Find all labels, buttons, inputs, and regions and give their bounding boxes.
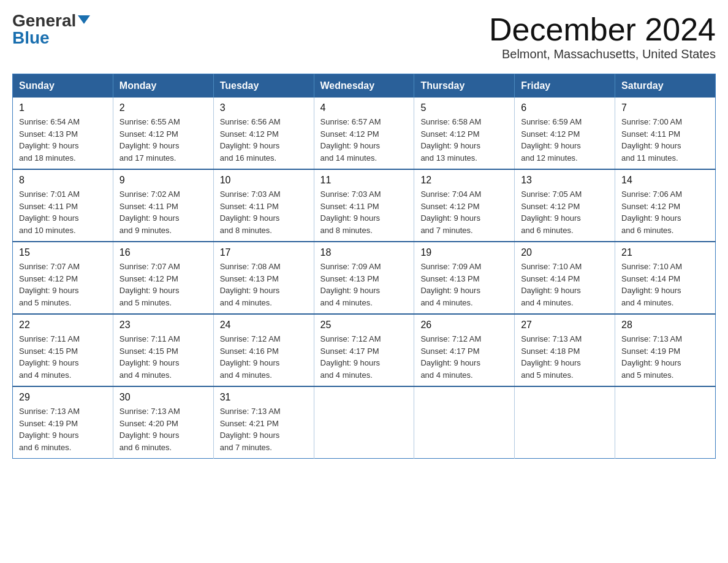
calendar-cell: 10 Sunrise: 7:03 AMSunset: 4:11 PMDaylig… [213, 169, 314, 242]
day-number: 18 [320, 247, 408, 258]
day-info: Sunrise: 6:58 AMSunset: 4:12 PMDaylight:… [420, 116, 508, 164]
day-number: 7 [621, 102, 709, 113]
calendar-cell: 5 Sunrise: 6:58 AMSunset: 4:12 PMDayligh… [414, 98, 515, 169]
day-number: 3 [220, 102, 308, 113]
day-info: Sunrise: 7:03 AMSunset: 4:11 PMDaylight:… [220, 188, 308, 236]
day-number: 8 [19, 175, 107, 186]
day-number: 25 [320, 320, 408, 331]
day-info: Sunrise: 7:07 AMSunset: 4:12 PMDaylight:… [19, 261, 107, 308]
calendar-cell: 18 Sunrise: 7:09 AMSunset: 4:13 PMDaylig… [314, 242, 414, 314]
calendar-cell: 25 Sunrise: 7:12 AMSunset: 4:17 PMDaylig… [314, 314, 414, 386]
logo-general-text: General [12, 12, 76, 29]
calendar-cell: 6 Sunrise: 6:59 AMSunset: 4:12 PMDayligh… [515, 98, 615, 169]
calendar-cell: 4 Sunrise: 6:57 AMSunset: 4:12 PMDayligh… [314, 98, 414, 169]
day-info: Sunrise: 7:13 AMSunset: 4:20 PMDaylight:… [119, 405, 207, 453]
calendar-cell: 22 Sunrise: 7:11 AMSunset: 4:15 PMDaylig… [13, 314, 113, 386]
day-info: Sunrise: 7:13 AMSunset: 4:19 PMDaylight:… [19, 405, 107, 453]
calendar-cell: 26 Sunrise: 7:12 AMSunset: 4:17 PMDaylig… [414, 314, 515, 386]
calendar-cell: 15 Sunrise: 7:07 AMSunset: 4:12 PMDaylig… [13, 242, 113, 314]
day-number: 22 [19, 320, 107, 331]
calendar-table: SundayMondayTuesdayWednesdayThursdayFrid… [12, 74, 716, 459]
weekday-header-tuesday: Tuesday [213, 74, 314, 98]
day-number: 29 [19, 392, 107, 403]
day-info: Sunrise: 7:04 AMSunset: 4:12 PMDaylight:… [420, 188, 508, 236]
day-number: 24 [220, 320, 308, 331]
header: General Blue December 2024 Belmont, Mass… [12, 12, 716, 61]
day-info: Sunrise: 7:12 AMSunset: 4:17 PMDaylight:… [420, 333, 508, 381]
day-info: Sunrise: 7:12 AMSunset: 4:16 PMDaylight:… [220, 333, 308, 381]
calendar-cell [615, 386, 716, 459]
calendar-week-row: 22 Sunrise: 7:11 AMSunset: 4:15 PMDaylig… [13, 314, 716, 386]
weekday-header-monday: Monday [113, 74, 213, 98]
day-number: 1 [19, 102, 107, 113]
title-area: December 2024 Belmont, Massachusetts, Un… [489, 12, 716, 61]
day-number: 15 [19, 247, 107, 258]
calendar-week-row: 8 Sunrise: 7:01 AMSunset: 4:11 PMDayligh… [13, 169, 716, 242]
calendar-cell [414, 386, 515, 459]
day-info: Sunrise: 7:13 AMSunset: 4:21 PMDaylight:… [220, 405, 308, 453]
logo-triangle-icon [78, 15, 90, 24]
day-info: Sunrise: 6:59 AMSunset: 4:12 PMDaylight:… [521, 116, 609, 164]
day-number: 30 [119, 392, 207, 403]
calendar-cell: 20 Sunrise: 7:10 AMSunset: 4:14 PMDaylig… [515, 242, 615, 314]
calendar-cell: 30 Sunrise: 7:13 AMSunset: 4:20 PMDaylig… [113, 386, 213, 459]
day-number: 6 [521, 102, 609, 113]
calendar-cell: 21 Sunrise: 7:10 AMSunset: 4:14 PMDaylig… [615, 242, 716, 314]
day-info: Sunrise: 6:54 AMSunset: 4:13 PMDaylight:… [19, 116, 107, 164]
day-number: 2 [119, 102, 207, 113]
calendar-cell: 16 Sunrise: 7:07 AMSunset: 4:12 PMDaylig… [113, 242, 213, 314]
calendar-cell: 7 Sunrise: 7:00 AMSunset: 4:11 PMDayligh… [615, 98, 716, 169]
location-title: Belmont, Massachusetts, United States [489, 47, 716, 61]
calendar-cell [515, 386, 615, 459]
calendar-cell: 11 Sunrise: 7:03 AMSunset: 4:11 PMDaylig… [314, 169, 414, 242]
day-info: Sunrise: 6:56 AMSunset: 4:12 PMDaylight:… [220, 116, 308, 164]
day-info: Sunrise: 7:12 AMSunset: 4:17 PMDaylight:… [320, 333, 408, 381]
day-info: Sunrise: 7:09 AMSunset: 4:13 PMDaylight:… [320, 261, 408, 308]
calendar-cell: 29 Sunrise: 7:13 AMSunset: 4:19 PMDaylig… [13, 386, 113, 459]
day-number: 5 [420, 102, 508, 113]
day-number: 21 [621, 247, 709, 258]
calendar-cell: 19 Sunrise: 7:09 AMSunset: 4:13 PMDaylig… [414, 242, 515, 314]
day-number: 17 [220, 247, 308, 258]
calendar-week-row: 15 Sunrise: 7:07 AMSunset: 4:12 PMDaylig… [13, 242, 716, 314]
calendar-cell: 14 Sunrise: 7:06 AMSunset: 4:12 PMDaylig… [615, 169, 716, 242]
day-number: 12 [420, 175, 508, 186]
day-number: 23 [119, 320, 207, 331]
calendar-cell: 23 Sunrise: 7:11 AMSunset: 4:15 PMDaylig… [113, 314, 213, 386]
calendar-week-row: 1 Sunrise: 6:54 AMSunset: 4:13 PMDayligh… [13, 98, 716, 169]
month-title: December 2024 [489, 12, 716, 47]
day-number: 13 [521, 175, 609, 186]
day-number: 19 [420, 247, 508, 258]
day-number: 28 [621, 320, 709, 331]
day-number: 27 [521, 320, 609, 331]
day-info: Sunrise: 7:10 AMSunset: 4:14 PMDaylight:… [521, 261, 609, 308]
day-number: 4 [320, 102, 408, 113]
day-info: Sunrise: 7:08 AMSunset: 4:13 PMDaylight:… [220, 261, 308, 308]
weekday-header-friday: Friday [515, 74, 615, 98]
logo: General Blue [12, 12, 90, 47]
day-info: Sunrise: 7:09 AMSunset: 4:13 PMDaylight:… [420, 261, 508, 308]
weekday-header-thursday: Thursday [414, 74, 515, 98]
day-number: 14 [621, 175, 709, 186]
day-info: Sunrise: 6:57 AMSunset: 4:12 PMDaylight:… [320, 116, 408, 164]
day-info: Sunrise: 7:02 AMSunset: 4:11 PMDaylight:… [119, 188, 207, 236]
day-info: Sunrise: 7:13 AMSunset: 4:18 PMDaylight:… [521, 333, 609, 381]
weekday-header-row: SundayMondayTuesdayWednesdayThursdayFrid… [13, 74, 716, 98]
calendar-cell: 31 Sunrise: 7:13 AMSunset: 4:21 PMDaylig… [213, 386, 314, 459]
day-info: Sunrise: 7:07 AMSunset: 4:12 PMDaylight:… [119, 261, 207, 308]
day-number: 9 [119, 175, 207, 186]
day-number: 11 [320, 175, 408, 186]
weekday-header-wednesday: Wednesday [314, 74, 414, 98]
logo-blue-text: Blue [12, 28, 50, 47]
calendar-cell [314, 386, 414, 459]
day-info: Sunrise: 6:55 AMSunset: 4:12 PMDaylight:… [119, 116, 207, 164]
calendar-cell: 3 Sunrise: 6:56 AMSunset: 4:12 PMDayligh… [213, 98, 314, 169]
calendar-cell: 28 Sunrise: 7:13 AMSunset: 4:19 PMDaylig… [615, 314, 716, 386]
day-info: Sunrise: 7:00 AMSunset: 4:11 PMDaylight:… [621, 116, 709, 164]
calendar-cell: 8 Sunrise: 7:01 AMSunset: 4:11 PMDayligh… [13, 169, 113, 242]
calendar-cell: 27 Sunrise: 7:13 AMSunset: 4:18 PMDaylig… [515, 314, 615, 386]
weekday-header-saturday: Saturday [615, 74, 716, 98]
calendar-cell: 17 Sunrise: 7:08 AMSunset: 4:13 PMDaylig… [213, 242, 314, 314]
calendar-week-row: 29 Sunrise: 7:13 AMSunset: 4:19 PMDaylig… [13, 386, 716, 459]
day-number: 20 [521, 247, 609, 258]
